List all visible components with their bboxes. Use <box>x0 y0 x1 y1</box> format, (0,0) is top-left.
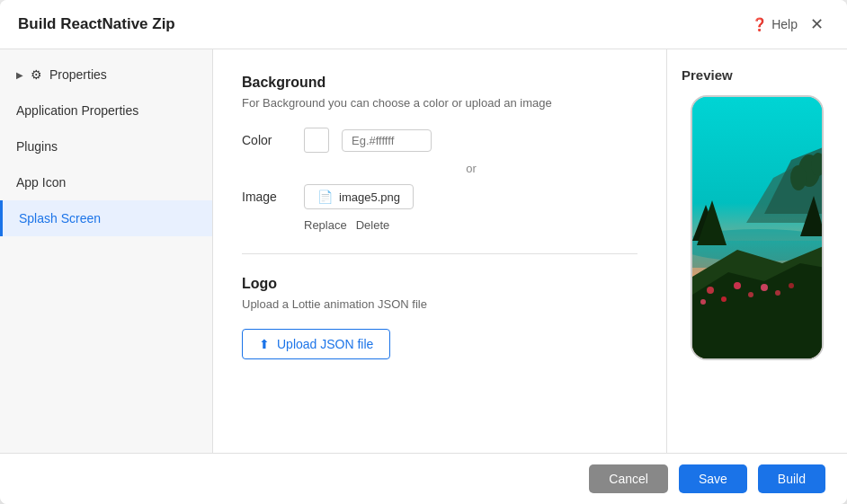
phone-preview <box>691 95 824 360</box>
build-button[interactable]: Build <box>758 464 825 493</box>
file-actions: Replace Delete <box>304 218 637 232</box>
arrow-icon: ▶ <box>16 70 23 80</box>
sidebar-item-plugins[interactable]: Plugins <box>0 128 212 164</box>
help-label: Help <box>771 17 798 31</box>
image-file-button[interactable]: 📄 image5.png <box>304 184 414 209</box>
color-swatch[interactable] <box>304 128 329 153</box>
color-field-row: Color <box>242 128 637 153</box>
modal-body: ▶ ⚙ Properties Application Properties Pl… <box>0 49 847 453</box>
main-content: Background For Background you can choose… <box>213 49 847 453</box>
or-divider: or <box>305 162 637 175</box>
svg-point-15 <box>775 290 780 296</box>
image-field-row: Image 📄 image5.png <box>242 184 637 209</box>
modal-title: Build ReactNative Zip <box>18 15 175 33</box>
upload-icon: ⬆ <box>259 337 270 351</box>
sidebar-item-app-icon[interactable]: App Icon <box>0 164 212 200</box>
modal-header: Build ReactNative Zip ❓ Help ✕ <box>0 0 847 49</box>
section-divider <box>242 253 637 254</box>
sidebar-item-label: Properties <box>49 67 107 82</box>
svg-point-17 <box>789 283 794 288</box>
gear-icon: ⚙ <box>31 67 42 82</box>
color-label: Color <box>242 133 291 147</box>
file-icon: 📄 <box>317 190 333 204</box>
svg-point-14 <box>761 284 768 291</box>
preview-panel: Preview <box>667 49 847 453</box>
sidebar-item-splash-screen[interactable]: Splash Screen <box>0 200 212 236</box>
sidebar-item-properties[interactable]: ▶ ⚙ Properties <box>0 57 212 93</box>
delete-link[interactable]: Delete <box>356 218 390 232</box>
logo-title: Logo <box>242 276 637 292</box>
logo-desc: Upload a Lottie animation JSON file <box>242 297 637 311</box>
svg-point-12 <box>734 282 741 289</box>
sidebar-item-label: Application Properties <box>16 103 138 118</box>
header-actions: ❓ Help ✕ <box>752 13 829 36</box>
form-section: Background For Background you can choose… <box>213 49 667 453</box>
svg-point-13 <box>748 292 753 297</box>
logo-section: Logo Upload a Lottie animation JSON file… <box>242 276 637 359</box>
svg-point-10 <box>707 287 714 294</box>
sidebar-item-label: Splash Screen <box>19 211 101 225</box>
sidebar-item-label: App Icon <box>16 175 66 190</box>
content-area: Background For Background you can choose… <box>213 49 847 453</box>
svg-point-11 <box>721 296 727 302</box>
sidebar-item-application-properties[interactable]: Application Properties <box>0 93 212 128</box>
svg-point-6 <box>790 165 807 190</box>
image-label: Image <box>242 190 291 204</box>
sidebar: ▶ ⚙ Properties Application Properties Pl… <box>0 49 213 453</box>
background-desc: For Background you can choose a color or… <box>242 96 637 110</box>
background-section: Background For Background you can choose… <box>242 75 637 232</box>
color-input[interactable] <box>342 129 432 152</box>
help-button[interactable]: ❓ Help <box>752 17 798 31</box>
preview-landscape-svg <box>692 97 824 360</box>
help-icon: ❓ <box>752 17 767 31</box>
modal-window: Build ReactNative Zip ❓ Help ✕ ▶ ⚙ Prope… <box>0 0 847 504</box>
save-button[interactable]: Save <box>679 464 747 493</box>
replace-link[interactable]: Replace <box>304 218 347 232</box>
cancel-button[interactable]: Cancel <box>589 464 668 493</box>
preview-title: Preview <box>682 67 733 83</box>
image-filename: image5.png <box>339 190 400 204</box>
upload-json-button[interactable]: ⬆ Upload JSON file <box>242 329 390 359</box>
modal-footer: Cancel Save Build <box>0 453 847 504</box>
background-title: Background <box>242 75 637 91</box>
upload-label: Upload JSON file <box>277 337 373 351</box>
sidebar-item-label: Plugins <box>16 139 58 154</box>
close-button[interactable]: ✕ <box>805 13 829 36</box>
svg-point-16 <box>700 299 706 305</box>
